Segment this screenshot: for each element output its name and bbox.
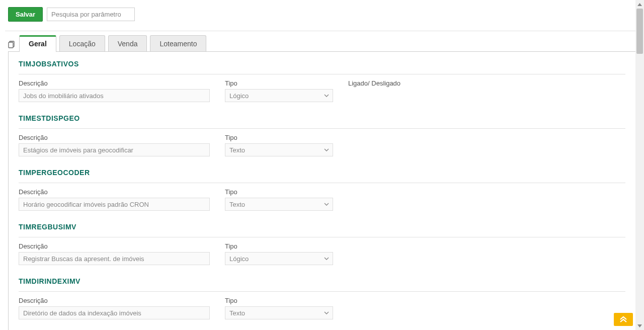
label-descricao: Descrição bbox=[19, 134, 210, 141]
label-descricao: Descrição bbox=[19, 188, 210, 196]
tabs-row: Geral Locação Venda Loteamento bbox=[5, 35, 639, 52]
tab-venda[interactable]: Venda bbox=[108, 35, 147, 52]
tab-loteamento[interactable]: Loteamento bbox=[150, 35, 206, 52]
tipo-select[interactable] bbox=[225, 89, 333, 102]
label-ligado: Ligado/ Desligado bbox=[348, 79, 625, 87]
tabs: Geral Locação Venda Loteamento bbox=[19, 35, 209, 52]
label-descricao: Descrição bbox=[19, 79, 210, 87]
descricao-input[interactable] bbox=[19, 143, 210, 156]
section-title: TIMESTDISPGEO bbox=[19, 114, 625, 129]
scrollbar-down-icon[interactable] bbox=[635, 321, 644, 330]
param-section: TIMREGBUSIMV Descrição Tipo bbox=[19, 223, 625, 265]
label-tipo: Tipo bbox=[225, 79, 333, 87]
tab-geral[interactable]: Geral bbox=[19, 35, 56, 52]
scrollbar-up-icon[interactable] bbox=[635, 0, 644, 9]
label-descricao: Descrição bbox=[19, 297, 210, 304]
tipo-select[interactable] bbox=[225, 198, 333, 211]
label-tipo: Tipo bbox=[225, 297, 333, 304]
label-tipo: Tipo bbox=[225, 188, 333, 196]
svg-rect-1 bbox=[9, 42, 13, 48]
top-bar: Salvar bbox=[5, 5, 639, 31]
param-section: TIMESTDISPGEO Descrição Tipo bbox=[19, 114, 625, 156]
param-section: TIMJOBSATIVOS Descrição Tipo Li bbox=[19, 60, 625, 102]
scrollbar[interactable] bbox=[635, 0, 644, 330]
tipo-select[interactable] bbox=[225, 306, 333, 319]
descricao-input[interactable] bbox=[19, 198, 210, 211]
descricao-input[interactable] bbox=[19, 306, 210, 319]
descricao-input[interactable] bbox=[19, 252, 210, 265]
section-title: TIMREGBUSIMV bbox=[19, 223, 625, 237]
section-title: TIMJOBSATIVOS bbox=[19, 60, 625, 74]
param-section: TIMPERGEOCODER Descrição Tipo bbox=[19, 169, 625, 211]
label-tipo: Tipo bbox=[225, 134, 333, 141]
section-title: TIMDIRINDEXIMV bbox=[19, 277, 625, 292]
copy-icon[interactable] bbox=[8, 41, 19, 52]
tipo-select[interactable] bbox=[225, 143, 333, 156]
tab-locacao[interactable]: Locação bbox=[59, 35, 105, 52]
tipo-select[interactable] bbox=[225, 252, 333, 265]
label-descricao: Descrição bbox=[19, 242, 210, 250]
param-section: TIMDIRINDEXIMV Descrição Tipo bbox=[19, 277, 625, 319]
section-title: TIMPERGEOCODER bbox=[19, 169, 625, 183]
descricao-input[interactable] bbox=[19, 89, 210, 102]
search-input[interactable] bbox=[47, 8, 135, 21]
label-tipo: Tipo bbox=[225, 242, 333, 250]
tab-panel-geral: TIMJOBSATIVOS Descrição Tipo Li bbox=[8, 51, 636, 330]
scrollbar-thumb[interactable] bbox=[636, 9, 643, 54]
save-button[interactable]: Salvar bbox=[8, 7, 43, 22]
